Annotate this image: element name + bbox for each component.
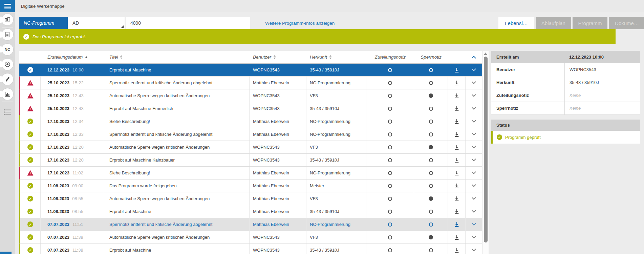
view-tab[interactable]: Ablaufplan bbox=[536, 17, 571, 29]
download-icon[interactable] bbox=[454, 196, 459, 202]
assignment-note-icon bbox=[388, 81, 392, 85]
program-info-link[interactable]: Weitere Programm-Infos anzeigen bbox=[265, 17, 335, 29]
table-row[interactable]: ✓ ! 25.10.2023 12:43 Erprobt auf Maschin… bbox=[19, 102, 489, 115]
sidebar-item-upload[interactable] bbox=[2, 59, 13, 70]
digitale-werkermappe-screen: Digitale Werkermappe bbox=[0, 0, 644, 254]
row-title: Automatische Sperre wegen kritischen Änd… bbox=[109, 145, 210, 150]
row-origin: NC-Programmierung bbox=[310, 132, 350, 137]
check-circle-icon: ✓ bbox=[497, 134, 502, 140]
download-icon[interactable] bbox=[454, 93, 459, 99]
view-tab[interactable]: Programm bbox=[573, 17, 607, 29]
expand-row-chevron-icon[interactable] bbox=[472, 195, 476, 200]
row-date: 11.08.2023 bbox=[47, 209, 69, 214]
download-icon[interactable] bbox=[454, 248, 459, 253]
expand-row-chevron-icon[interactable] bbox=[472, 105, 476, 110]
program-number-input[interactable] bbox=[126, 17, 250, 29]
success-status-icon: ✓ bbox=[27, 144, 33, 150]
expand-row-chevron-icon[interactable] bbox=[472, 247, 476, 251]
download-icon[interactable] bbox=[454, 145, 459, 150]
column-header-herkunft[interactable]: Herkunft bbox=[306, 55, 366, 60]
program-category-button[interactable]: NC-Programm bbox=[19, 17, 68, 29]
table-row[interactable]: ✓ ! 17.10.2023 12:20 Automatische Sperre… bbox=[19, 141, 489, 154]
view-tab[interactable]: Lebensl… bbox=[498, 17, 534, 29]
program-prefix-combobox[interactable] bbox=[68, 17, 125, 29]
table-row[interactable]: ✓ ! 17.10.2023 12:33 Sperrnotiz entfernt… bbox=[19, 128, 489, 141]
download-icon[interactable] bbox=[454, 183, 459, 189]
table-row[interactable]: ✓ ! 17.10.2023 12:20 Erprobt auf Maschin… bbox=[19, 154, 489, 167]
row-time: 15:22 bbox=[72, 80, 84, 85]
collapse-table-control[interactable] bbox=[466, 56, 482, 59]
row-user: Matthias Eberwein bbox=[253, 80, 289, 85]
row-title: Erprobt auf Maschine bbox=[109, 248, 151, 253]
view-tabs: Lebensl…AblaufplanProgrammDokume… bbox=[498, 17, 644, 29]
assignment-note-icon bbox=[388, 197, 392, 201]
row-user: Matthias Eberwein bbox=[253, 209, 289, 214]
column-header-erstellungsdatum[interactable]: Erstellungsdatum bbox=[41, 55, 103, 60]
assignment-note-icon bbox=[388, 223, 392, 227]
expand-row-chevron-icon[interactable] bbox=[472, 131, 476, 135]
success-status-icon: ✓ bbox=[27, 183, 33, 189]
view-tab[interactable]: Dokume… bbox=[609, 17, 644, 29]
table-row[interactable]: ✓ ! 17.10.2023 12:34 Siehe Beschreibung!… bbox=[19, 115, 489, 128]
sidebar-item-documents[interactable] bbox=[2, 29, 13, 40]
assignment-note-icon bbox=[388, 210, 392, 214]
success-status-icon: ✓ bbox=[27, 247, 33, 253]
table-row[interactable]: ✓ ! 07.07.2023 11:38 Erprobt auf Maschin… bbox=[19, 244, 489, 254]
sidebar: NC bbox=[0, 12, 15, 254]
sidebar-list-icon[interactable] bbox=[3, 108, 12, 117]
sidebar-item-tools[interactable] bbox=[2, 73, 13, 85]
sidebar-item-nc-programs[interactable]: NC bbox=[2, 44, 13, 55]
sidebar-item-statistics[interactable] bbox=[2, 88, 13, 100]
expand-row-chevron-icon[interactable] bbox=[472, 92, 476, 97]
scroll-up-arrow-icon[interactable] bbox=[484, 52, 487, 55]
table-row[interactable]: ✓ ! 17.10.2023 11:02 Siehe Beschreibung!… bbox=[19, 167, 489, 179]
sidebar-item-machines[interactable] bbox=[2, 14, 13, 25]
row-origin: NC-Programmierung bbox=[310, 80, 350, 85]
row-title: Sperrnotiz entfernt und kritische Änderu… bbox=[109, 222, 212, 227]
download-icon[interactable] bbox=[454, 119, 459, 124]
download-icon[interactable] bbox=[454, 170, 459, 176]
column-header-benutzer[interactable]: Benutzer bbox=[250, 55, 306, 60]
expand-row-chevron-icon[interactable] bbox=[472, 67, 476, 71]
table-row[interactable]: ✓ ! 07.07.2023 11:38 Automatische Sperre… bbox=[19, 231, 489, 244]
table-row[interactable]: ✓ ! 07.07.2023 11:51 Sperrnotiz entfernt… bbox=[19, 218, 489, 231]
table-row[interactable]: ✓ ! 25.10.2023 12:43 Automatische Sperre… bbox=[19, 89, 489, 102]
row-origin: VF3 bbox=[310, 145, 318, 150]
hamburger-menu-button[interactable] bbox=[0, 0, 15, 12]
download-icon[interactable] bbox=[454, 80, 459, 86]
expand-row-chevron-icon[interactable] bbox=[472, 183, 476, 187]
download-icon[interactable] bbox=[454, 106, 459, 111]
expand-row-chevron-icon[interactable] bbox=[472, 118, 476, 123]
row-user: WOPNC3543 bbox=[253, 235, 280, 240]
table-row[interactable]: ✓ ! 11.08.2023 09:00 Das Programm wurde … bbox=[19, 179, 489, 192]
scrollbar-thumb[interactable] bbox=[484, 57, 488, 242]
row-title: Erprobt auf Maschine bbox=[109, 209, 151, 214]
expand-row-chevron-icon[interactable] bbox=[472, 80, 476, 84]
program-prefix-input[interactable] bbox=[68, 17, 125, 29]
download-icon[interactable] bbox=[454, 209, 459, 214]
expand-row-chevron-icon[interactable] bbox=[472, 170, 476, 174]
table-row[interactable]: ✓ ! 25.10.2023 15:22 Sperrnotiz entfernt… bbox=[19, 77, 489, 89]
expand-row-chevron-icon[interactable] bbox=[472, 157, 476, 161]
detail-value: WOPNC3543 bbox=[564, 63, 640, 76]
partially-visible-button[interactable] bbox=[0, 252, 12, 254]
assignment-note-icon bbox=[388, 120, 392, 124]
expand-row-chevron-icon[interactable] bbox=[472, 144, 476, 148]
expand-row-chevron-icon[interactable] bbox=[472, 221, 476, 226]
download-icon[interactable] bbox=[454, 235, 459, 240]
download-icon[interactable] bbox=[454, 132, 459, 137]
column-header-titel[interactable]: Titel bbox=[103, 55, 250, 60]
download-icon[interactable] bbox=[454, 67, 459, 73]
expand-row-chevron-icon[interactable] bbox=[472, 234, 476, 238]
table-row[interactable]: ✓ ! 11.08.2023 08:55 Automatische Sperre… bbox=[19, 192, 489, 205]
download-icon[interactable] bbox=[454, 222, 459, 227]
assignment-note-icon bbox=[388, 145, 392, 149]
download-icon[interactable] bbox=[454, 157, 459, 163]
table-scrollbar[interactable] bbox=[482, 51, 489, 254]
expand-row-chevron-icon[interactable] bbox=[472, 208, 476, 213]
table-row[interactable]: ✓ ! 12.12.2023 10:00 Erprobt auf Maschin… bbox=[19, 64, 489, 77]
detail-row: Sperrnotiz Keine bbox=[491, 102, 640, 115]
row-title: Sperrnotiz entfernt und kritische Änderu… bbox=[109, 132, 212, 137]
table-row[interactable]: ✓ ! 11.08.2023 08:55 Erprobt auf Maschin… bbox=[19, 205, 489, 218]
sort-icon bbox=[329, 55, 331, 59]
